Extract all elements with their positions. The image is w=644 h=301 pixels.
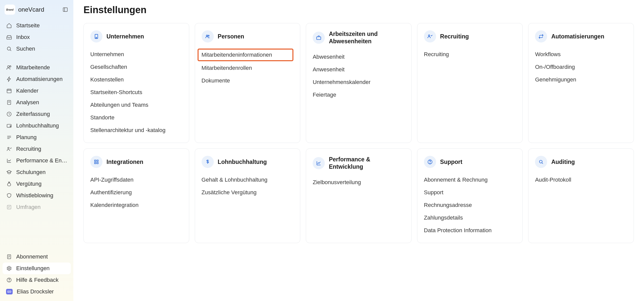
settings-link[interactable]: Rechnungsadresse	[420, 199, 516, 211]
svg-rect-38	[97, 160, 98, 162]
svg-rect-35	[317, 37, 321, 39]
settings-link[interactable]: Kostenstellen	[87, 74, 182, 85]
svg-point-34	[208, 35, 209, 36]
settings-link[interactable]: Anwesenheit	[309, 64, 405, 75]
settings-link[interactable]: Abwesenheit	[309, 51, 405, 63]
sidebar-item-compensation[interactable]: Vergütung	[3, 178, 71, 190]
sidebar-item-calendar[interactable]: Kalender	[3, 85, 71, 97]
sidebar-item-settings[interactable]: Einstellungen	[3, 263, 71, 274]
settings-link[interactable]: Gehalt & Lohnbuchhaltung	[198, 174, 294, 186]
sidebar-item-label: Suchen	[16, 46, 35, 52]
settings-link[interactable]: Dokumente	[198, 75, 294, 87]
settings-link[interactable]: Unternehmenskalender	[309, 76, 405, 88]
svg-point-4	[8, 66, 9, 68]
settings-link[interactable]: Data Protection Information	[420, 225, 516, 236]
sidebar-item-performance[interactable]: Performance & Entwi…	[3, 155, 71, 166]
sidebar-item-label: Whistleblowing	[16, 192, 53, 199]
sidebar-item-surveys[interactable]: Umfragen	[3, 201, 71, 213]
settings-link[interactable]: Kalenderintegration	[87, 199, 182, 211]
sidebar-item-label: Zeiterfassung	[16, 111, 50, 117]
receipt-icon	[6, 254, 12, 260]
linechart-icon	[313, 157, 325, 169]
settings-card-integrations: IntegrationenAPI-ZugriffsdatenAuthentifi…	[83, 148, 189, 243]
gear-icon	[6, 265, 12, 271]
settings-link[interactable]: Authentifizierung	[87, 187, 182, 198]
settings-link[interactable]: Standorte	[87, 112, 182, 123]
document-icon	[6, 99, 12, 105]
card-links: Audit-Protokoll	[535, 174, 627, 186]
sidebar-item-employees[interactable]: Mitarbeitende	[3, 62, 71, 73]
sidebar-item-subscription[interactable]: Abonnement	[3, 251, 71, 263]
card-links: Zielbonusverteilung	[313, 177, 405, 188]
sidebar-item-label: Inbox	[16, 34, 30, 40]
sidebar-item-inbox[interactable]: Inbox	[3, 31, 71, 43]
settings-link[interactable]: Genehmigungen	[531, 74, 627, 85]
bolt-icon	[6, 76, 12, 82]
sidebar-item-whistleblowing[interactable]: Whistleblowing	[3, 190, 71, 201]
card-header: Arbeitszeiten und Abwesenheiten	[313, 30, 405, 45]
sidebar-item-user[interactable]: ED Elias Drocksler	[3, 286, 71, 297]
settings-link[interactable]: Recruiting	[420, 49, 516, 60]
settings-link[interactable]: Stellenarchitektur und -katalog	[87, 124, 182, 136]
sidebar-item-search[interactable]: Suchen	[3, 43, 71, 55]
svg-point-24	[8, 268, 10, 269]
sidebar-item-help[interactable]: Hilfe & Feedback	[3, 274, 71, 286]
card-title: Integrationen	[106, 158, 143, 166]
survey-icon	[6, 204, 12, 210]
money-bag-icon	[6, 181, 12, 187]
settings-link[interactable]: On-/Offboarding	[531, 61, 627, 73]
grid-icon	[90, 156, 102, 168]
svg-point-43	[540, 160, 542, 163]
settings-link[interactable]: Feiertage	[309, 89, 405, 101]
settings-link[interactable]: Support	[420, 187, 516, 198]
svg-rect-19	[7, 205, 11, 209]
settings-link[interactable]: Gesellschaften	[87, 61, 182, 73]
sidebar-item-time[interactable]: Zeiterfassung	[3, 108, 71, 120]
settings-link[interactable]: Workflows	[531, 49, 627, 60]
card-links: API-ZugriffsdatenAuthentifizierungKalend…	[90, 174, 182, 211]
loop-icon	[535, 30, 547, 42]
settings-grid: UnternehmenUnternehmenGesellschaftenKost…	[83, 23, 634, 243]
card-title: Personen	[218, 33, 244, 40]
settings-card-attendance: Arbeitszeiten und AbwesenheitenAbwesenhe…	[306, 23, 412, 143]
settings-link[interactable]: Zahlungsdetails	[420, 212, 516, 224]
svg-rect-40	[97, 162, 98, 164]
recruiting-icon	[6, 146, 12, 152]
settings-link[interactable]: Startseiten-Shortcuts	[87, 87, 182, 98]
svg-rect-6	[7, 89, 11, 93]
settings-link[interactable]: Unternehmen	[87, 49, 182, 60]
settings-card-company: UnternehmenUnternehmenGesellschaftenKost…	[83, 23, 189, 143]
sidebar-item-home[interactable]: Startseite	[3, 20, 71, 31]
card-title: Performance & Entwicklung	[329, 156, 405, 170]
settings-link[interactable]: Mitarbeitendenrollen	[198, 62, 294, 74]
sidebar-item-trainings[interactable]: Schulungen	[3, 166, 71, 178]
card-title: Unternehmen	[106, 33, 144, 40]
sidebar-item-analyses[interactable]: Analysen	[3, 97, 71, 108]
settings-link[interactable]: Audit-Protokoll	[531, 174, 627, 186]
sidebar-item-recruiting[interactable]: Recruiting	[3, 143, 71, 155]
people-icon	[202, 30, 214, 42]
sidebar-item-payroll[interactable]: Lohnbuchhaltung	[3, 120, 71, 132]
sidebar-item-label: Vergütung	[16, 181, 41, 187]
sidebar-collapse-button[interactable]	[61, 6, 69, 14]
svg-point-18	[8, 147, 9, 149]
settings-link[interactable]: Abteilungen und Teams	[87, 99, 182, 111]
settings-card-people: PersonenMitarbeitendeninformationenMitar…	[195, 23, 300, 143]
sidebar-item-automations[interactable]: Automatisierungen	[3, 73, 71, 85]
sidebar-item-label: Schulungen	[16, 169, 46, 176]
settings-link[interactable]: API-Zugriffsdaten	[87, 174, 182, 186]
settings-link[interactable]: Zielbonusverteilung	[309, 177, 405, 188]
card-links: MitarbeitendeninformationenMitarbeitende…	[202, 49, 294, 87]
card-header: Lohnbuchhaltung	[202, 156, 294, 168]
sidebar-item-planning[interactable]: Planung	[3, 132, 71, 143]
sidebar-item-label: Hilfe & Feedback	[16, 277, 59, 283]
building-icon	[90, 30, 102, 42]
settings-link[interactable]: Zusätzliche Vergütung	[198, 187, 294, 198]
clock-icon	[6, 111, 12, 117]
card-header: Support	[424, 156, 516, 168]
sidebar-item-label: Lohnbuchhaltung	[16, 122, 59, 129]
card-links: AbwesenheitAnwesenheitUnternehmenskalend…	[313, 51, 405, 101]
card-header: Performance & Entwicklung	[313, 156, 405, 170]
settings-link[interactable]: Abonnement & Rechnung	[420, 174, 516, 186]
settings-link[interactable]: Mitarbeitendeninformationen	[198, 49, 294, 61]
